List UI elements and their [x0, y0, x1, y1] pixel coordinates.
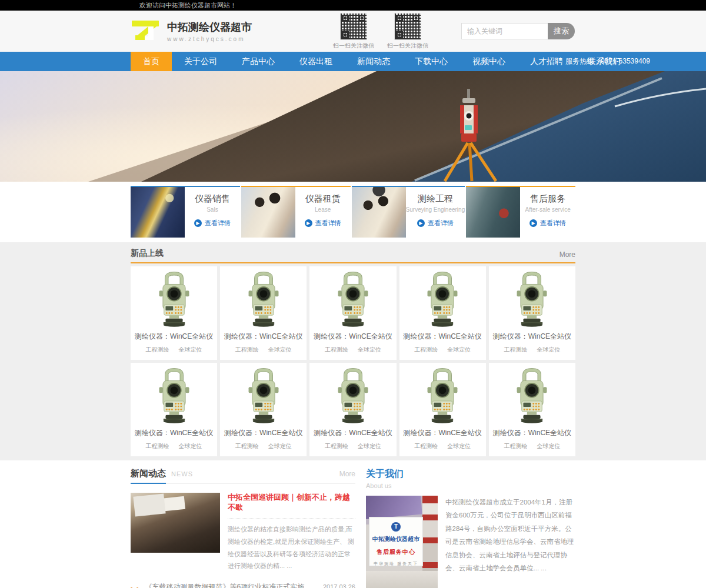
- product-tag: 全球定位: [179, 442, 202, 450]
- service-title: 仪器租赁: [295, 193, 351, 205]
- service-subtitle: Sals: [185, 206, 240, 213]
- total-station-image: [417, 320, 468, 330]
- product-title: 测绘仪器：WinCE全站仪: [489, 428, 575, 438]
- product-card[interactable]: 测绘仪器：WinCE全站仪 工程测绘 全球定位: [220, 266, 307, 360]
- product-card[interactable]: 测绘仪器：WinCE全站仪 工程测绘 全球定位: [309, 363, 396, 456]
- about-body: 中拓测绘仪器超市成立于2004年1月，注册资金600万元，公司位于昆明市西山区前…: [445, 496, 575, 588]
- total-station-image: [327, 416, 379, 426]
- news-more-link[interactable]: More: [339, 470, 355, 478]
- service-photo: [241, 187, 295, 238]
- service-detail-link[interactable]: ▶ 查看详情: [520, 219, 575, 228]
- total-station-image: [417, 416, 468, 426]
- service-photo: [352, 187, 406, 238]
- qr-code-icon: [394, 13, 421, 40]
- service-subtitle: Lease: [295, 206, 351, 213]
- total-station-image: [506, 320, 558, 330]
- product-card[interactable]: 测绘仪器：WinCE全站仪 工程测绘 全球定位: [489, 266, 575, 360]
- nav-item-4[interactable]: 仪器出租: [287, 52, 345, 71]
- main-nav: 首页关于公司产品中心仪器出租新闻动态下载中心视频中心人才招聘联系我们 服务热线：…: [0, 52, 706, 71]
- about-column: 关于我们 About us T 中拓测绘仪器超市 售后服务中心 中华测绘 服务天…: [366, 468, 575, 588]
- service-detail-link[interactable]: ▶ 查看详情: [295, 219, 351, 228]
- nav-item-1[interactable]: 首页: [131, 52, 172, 71]
- search-button[interactable]: 搜索: [548, 23, 575, 39]
- store-sign-line1: 中拓测绘仪器超市: [369, 535, 422, 543]
- services-section: 仪器销售 Sals ▶ 查看详情 仪器租赁 Lease ▶ 查看详情 测绘工程 …: [0, 182, 706, 242]
- product-tag: 工程测绘: [146, 346, 169, 354]
- featured-article[interactable]: 中拓全国巡讲回顾｜创新不止，跨越不歇 测绘仪器的精准直接影响测绘产品的质量,而测…: [131, 493, 355, 572]
- product-tag: 全球定位: [537, 442, 560, 450]
- hero-banner: [0, 71, 706, 182]
- dash-bullet-icon: - -: [131, 584, 139, 588]
- service-detail-link[interactable]: ▶ 查看详情: [406, 219, 465, 228]
- news-subtitle: NEWS: [171, 470, 193, 477]
- product-title: 测绘仪器：WinCE全站仪: [399, 332, 486, 342]
- product-card[interactable]: 测绘仪器：WinCE全站仪 工程测绘 全球定位: [131, 266, 217, 360]
- product-title: 测绘仪器：WinCE全站仪: [131, 428, 217, 438]
- service-detail-link[interactable]: ▶ 查看详情: [185, 219, 240, 228]
- products-header: 新品上线 More: [131, 248, 575, 263]
- products-more-link[interactable]: More: [560, 250, 575, 259]
- news-item-text: 《车载移动测量数据规范》等6项行业标准正式实施: [145, 582, 304, 588]
- store-sign: T 中拓测绘仪器超市 售后服务中心 中华测绘 服务天下: [369, 517, 423, 566]
- nav-item-5[interactable]: 新闻动态: [345, 52, 402, 71]
- company-name: 中拓测绘仪器超市: [167, 20, 252, 34]
- qr-area: 扫一扫关注微信 扫一扫关注微信: [333, 13, 428, 50]
- total-station-image: [327, 320, 379, 330]
- service-card[interactable]: 仪器销售 Sals ▶ 查看详情: [131, 186, 240, 238]
- product-tag: 工程测绘: [414, 346, 438, 354]
- top-welcome-bar: 欢迎访问中拓测绘仪器超市网站！: [0, 0, 706, 11]
- service-hotline: 服务热线：0871-63539409: [565, 52, 650, 71]
- news-list: - - 《车载移动测量数据规范》等6项行业标准正式实施 2017.03.26 -…: [131, 580, 355, 588]
- service-title: 售后服务: [520, 193, 575, 205]
- news-photo: [131, 493, 220, 553]
- product-title: 测绘仪器：WinCE全站仪: [489, 332, 575, 342]
- nav-item-2[interactable]: 关于公司: [172, 52, 229, 71]
- product-title: 测绘仪器：WinCE全站仪: [309, 332, 396, 342]
- service-card[interactable]: 测绘工程 Surveying Engineering ▶ 查看详情: [352, 186, 465, 238]
- product-card[interactable]: 测绘仪器：WinCE全站仪 工程测绘 全球定位: [399, 363, 486, 456]
- search-input[interactable]: [461, 23, 548, 39]
- play-circle-icon: ▶: [305, 219, 312, 227]
- service-photo: [131, 187, 185, 238]
- play-circle-icon: ▶: [194, 219, 202, 227]
- news-list-item[interactable]: - - 《车载移动测量数据规范》等6项行业标准正式实施 2017.03.26: [131, 580, 355, 588]
- product-card[interactable]: 测绘仪器：WinCE全站仪 工程测绘 全球定位: [399, 266, 486, 360]
- products-title: 新品上线: [131, 248, 164, 259]
- service-card[interactable]: 售后服务 After-sale service ▶ 查看详情: [466, 186, 575, 238]
- hero-banner-image: [0, 71, 706, 182]
- service-link-label: 查看详情: [205, 219, 231, 228]
- product-title: 测绘仪器：WinCE全站仪: [220, 332, 307, 342]
- product-tag: 工程测绘: [325, 346, 348, 354]
- play-circle-icon: ▶: [417, 219, 425, 227]
- total-station-image: [148, 416, 200, 426]
- news-about-section: 新闻动态 NEWS More 中拓全国巡讲回顾｜创新不止，跨越不歇 测绘仪器的精…: [0, 460, 706, 588]
- service-subtitle: After-sale service: [520, 206, 575, 213]
- nav-item-7[interactable]: 视频中心: [460, 52, 518, 71]
- product-tag: 全球定位: [358, 346, 381, 354]
- qr-code-icon: [340, 13, 367, 40]
- service-photo: [466, 187, 520, 238]
- product-card[interactable]: 测绘仪器：WinCE全站仪 工程测绘 全球定位: [220, 363, 307, 456]
- total-station-image: [238, 416, 289, 426]
- product-card[interactable]: 测绘仪器：WinCE全站仪 工程测绘 全球定位: [131, 363, 217, 456]
- product-card[interactable]: 测绘仪器：WinCE全站仪 工程测绘 全球定位: [309, 266, 396, 360]
- product-tag: 全球定位: [179, 346, 202, 354]
- search-bar: 搜索: [461, 23, 575, 39]
- site-logo[interactable]: 中拓测绘仪器超市 www.ztchyqcs.com: [131, 18, 252, 45]
- product-card[interactable]: 测绘仪器：WinCE全站仪 工程测绘 全球定位: [489, 363, 575, 456]
- article-title: 中拓全国巡讲回顾｜创新不止，跨越不歇: [228, 493, 355, 513]
- product-tag: 工程测绘: [235, 442, 259, 450]
- product-tag: 工程测绘: [235, 346, 259, 354]
- new-products-section: 新品上线 More: [0, 242, 706, 460]
- about-store-photo: T 中拓测绘仪器超市 售后服务中心 中华测绘 服务天下: [366, 496, 438, 588]
- header: 中拓测绘仪器超市 www.ztchyqcs.com 扫一扫关注微信 扫一扫关注微…: [0, 11, 706, 52]
- product-title: 测绘仪器：WinCE全站仪: [220, 428, 307, 438]
- service-subtitle: Surveying Engineering: [406, 206, 465, 213]
- nav-item-6[interactable]: 下载中心: [402, 52, 460, 71]
- product-tag: 全球定位: [268, 442, 292, 450]
- service-link-label: 查看详情: [540, 219, 566, 228]
- product-tag: 全球定位: [537, 346, 560, 354]
- service-card[interactable]: 仪器租赁 Lease ▶ 查看详情: [241, 186, 351, 238]
- nav-item-3[interactable]: 产品中心: [229, 52, 287, 71]
- product-title: 测绘仪器：WinCE全站仪: [399, 428, 486, 438]
